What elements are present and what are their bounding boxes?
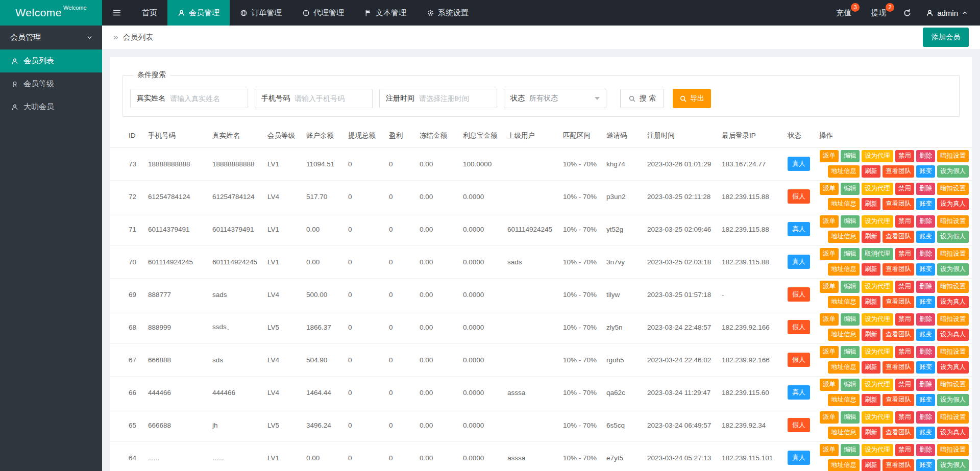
action-account-change-button[interactable]: 账变	[916, 329, 935, 341]
action-edit-button[interactable]: 编辑	[841, 444, 860, 456]
action-set-real-button[interactable]: 设为真人	[937, 329, 969, 341]
action-refresh-button[interactable]: 刷新	[862, 427, 880, 439]
action-disable-button[interactable]: 禁用	[895, 281, 914, 293]
action-set-agent-button[interactable]: 设为代理	[862, 183, 893, 195]
action-hidden-deduct-button[interactable]: 暗扣设置	[937, 281, 969, 293]
action-address-info-button[interactable]: 地址信息	[828, 296, 860, 308]
refresh-button[interactable]	[896, 0, 919, 26]
action-set-agent-button[interactable]: 设为代理	[862, 444, 893, 456]
action-delete-button[interactable]: 删除	[916, 150, 935, 162]
action-delete-button[interactable]: 删除	[916, 215, 935, 228]
action-view-team-button[interactable]: 查看团队	[883, 165, 914, 178]
action-disable-button[interactable]: 禁用	[895, 215, 914, 228]
action-account-change-button[interactable]: 账变	[916, 361, 935, 374]
action-account-change-button[interactable]: 账变	[916, 459, 935, 471]
action-edit-button[interactable]: 编辑	[841, 379, 860, 391]
action-set-fake-button[interactable]: 设为假人	[937, 263, 969, 276]
action-hidden-deduct-button[interactable]: 暗扣设置	[937, 444, 969, 456]
sidebar-group-members[interactable]: 会员管理	[0, 26, 102, 49]
sidebar-item-member-list[interactable]: 会员列表	[0, 49, 102, 72]
action-edit-button[interactable]: 编辑	[841, 411, 860, 424]
action-address-info-button[interactable]: 地址信息	[828, 361, 860, 374]
action-account-change-button[interactable]: 账变	[916, 198, 935, 210]
action-edit-button[interactable]: 编辑	[841, 346, 860, 358]
add-member-button[interactable]: 添加会员	[923, 28, 969, 47]
action-address-info-button[interactable]: 地址信息	[828, 329, 860, 341]
action-account-change-button[interactable]: 账变	[916, 165, 935, 178]
action-dispatch-button[interactable]: 派单	[820, 183, 839, 195]
action-set-agent-button[interactable]: 设为代理	[862, 150, 893, 162]
action-address-info-button[interactable]: 地址信息	[828, 427, 860, 439]
action-set-fake-button[interactable]: 设为假人	[937, 165, 969, 178]
nav-item-orders[interactable]: 订单管理	[230, 0, 292, 26]
action-delete-button[interactable]: 删除	[916, 281, 935, 293]
sidebar-item-dalat-member[interactable]: 大叻会员	[0, 95, 102, 118]
action-set-agent-button[interactable]: 设为代理	[862, 379, 893, 391]
action-edit-button[interactable]: 编辑	[841, 281, 860, 293]
action-view-team-button[interactable]: 查看团队	[883, 427, 914, 439]
nav-item-members[interactable]: 会员管理	[167, 0, 230, 26]
action-hidden-deduct-button[interactable]: 暗扣设置	[937, 313, 969, 326]
action-dispatch-button[interactable]: 派单	[820, 248, 839, 260]
action-cancel-agent-button[interactable]: 取消代理	[862, 248, 893, 260]
action-set-real-button[interactable]: 设为真人	[937, 427, 969, 439]
action-disable-button[interactable]: 禁用	[895, 313, 914, 326]
regtime-input[interactable]	[419, 89, 497, 108]
action-refresh-button[interactable]: 刷新	[862, 394, 880, 406]
action-edit-button[interactable]: 编辑	[841, 248, 860, 260]
action-disable-button[interactable]: 禁用	[895, 379, 914, 391]
status-select[interactable]: 状态 所有状态	[504, 89, 606, 108]
action-account-change-button[interactable]: 账变	[916, 231, 935, 243]
action-hidden-deduct-button[interactable]: 暗扣设置	[937, 346, 969, 358]
search-button[interactable]: 搜 索	[620, 89, 664, 108]
action-set-real-button[interactable]: 设为真人	[937, 296, 969, 308]
nav-item-settings[interactable]: 系统设置	[416, 0, 479, 26]
action-view-team-button[interactable]: 查看团队	[883, 231, 914, 243]
action-disable-button[interactable]: 禁用	[895, 346, 914, 358]
action-view-team-button[interactable]: 查看团队	[883, 198, 914, 210]
action-dispatch-button[interactable]: 派单	[820, 411, 839, 424]
action-refresh-button[interactable]: 刷新	[862, 361, 880, 374]
action-view-team-button[interactable]: 查看团队	[883, 296, 914, 308]
action-disable-button[interactable]: 禁用	[895, 411, 914, 424]
action-account-change-button[interactable]: 账变	[916, 263, 935, 276]
menu-toggle-icon[interactable]	[102, 0, 132, 26]
action-dispatch-button[interactable]: 派单	[820, 346, 839, 358]
action-account-change-button[interactable]: 账变	[916, 296, 935, 308]
action-edit-button[interactable]: 编辑	[841, 150, 860, 162]
action-refresh-button[interactable]: 刷新	[862, 165, 880, 178]
action-disable-button[interactable]: 禁用	[895, 183, 914, 195]
realname-input[interactable]	[170, 89, 248, 108]
action-delete-button[interactable]: 删除	[916, 379, 935, 391]
sidebar-item-member-level[interactable]: 会员等级	[0, 72, 102, 95]
action-delete-button[interactable]: 删除	[916, 313, 935, 326]
action-hidden-deduct-button[interactable]: 暗扣设置	[937, 411, 969, 424]
action-set-fake-button[interactable]: 设为假人	[937, 394, 969, 406]
action-view-team-button[interactable]: 查看团队	[883, 459, 914, 471]
action-disable-button[interactable]: 禁用	[895, 248, 914, 260]
action-account-change-button[interactable]: 账变	[916, 427, 935, 439]
action-refresh-button[interactable]: 刷新	[862, 459, 880, 471]
action-view-team-button[interactable]: 查看团队	[883, 329, 914, 341]
action-address-info-button[interactable]: 地址信息	[828, 165, 860, 178]
action-hidden-deduct-button[interactable]: 暗扣设置	[937, 215, 969, 228]
nav-item-home[interactable]: 首页	[132, 0, 167, 26]
action-set-agent-button[interactable]: 设为代理	[862, 215, 893, 228]
action-address-info-button[interactable]: 地址信息	[828, 394, 860, 406]
action-address-info-button[interactable]: 地址信息	[828, 198, 860, 210]
action-set-agent-button[interactable]: 设为代理	[862, 346, 893, 358]
action-dispatch-button[interactable]: 派单	[820, 313, 839, 326]
action-refresh-button[interactable]: 刷新	[862, 231, 880, 243]
action-delete-button[interactable]: 删除	[916, 346, 935, 358]
withdraw-button[interactable]: 提现 2	[861, 0, 896, 26]
action-disable-button[interactable]: 禁用	[895, 150, 914, 162]
action-set-real-button[interactable]: 设为真人	[937, 361, 969, 374]
action-view-team-button[interactable]: 查看团队	[883, 361, 914, 374]
action-edit-button[interactable]: 编辑	[841, 215, 860, 228]
action-delete-button[interactable]: 删除	[916, 411, 935, 424]
action-edit-button[interactable]: 编辑	[841, 313, 860, 326]
action-refresh-button[interactable]: 刷新	[862, 198, 880, 210]
action-hidden-deduct-button[interactable]: 暗扣设置	[937, 183, 969, 195]
action-address-info-button[interactable]: 地址信息	[828, 263, 860, 276]
action-set-fake-button[interactable]: 设为假人	[937, 231, 969, 243]
